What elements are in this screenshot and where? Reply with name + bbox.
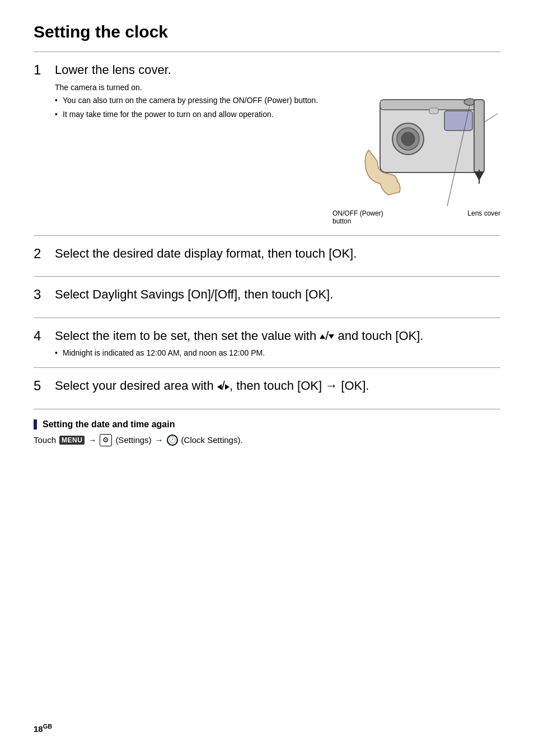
step-4-title: Select the item to be set, then set the … [55, 328, 500, 344]
svg-rect-6 [444, 111, 472, 130]
step-4-bullet: Midnight is indicated as 12:00 AM, and n… [55, 348, 500, 357]
step-5-title: Select your desired area with /, then to… [55, 378, 500, 394]
step-3: 3 Select Daylight Savings [On]/[Off], th… [34, 276, 500, 318]
page-number: 18GB [34, 723, 52, 734]
camera-diagram: ON/OFF (Power) button Lens cover [332, 83, 500, 225]
page-title: Setting the clock [34, 22, 500, 41]
onoff-label: ON/OFF (Power) button [332, 209, 400, 225]
svg-rect-5 [429, 108, 438, 114]
step-3-number: 3 [34, 287, 47, 303]
blue-bar-icon [34, 419, 37, 430]
step-1-bullets: You can also turn on the camera by press… [55, 95, 321, 120]
step-1-number: 1 [34, 62, 47, 78]
date-time-again-section: Setting the date and time again Touch ME… [34, 409, 500, 452]
step-4: 4 Select the item to be set, then set th… [34, 318, 500, 368]
step-3-title: Select Daylight Savings [On]/[Off], then… [55, 287, 500, 303]
lens-cover-label: Lens cover [467, 209, 500, 225]
svg-line-11 [484, 114, 498, 122]
step-5-number: 5 [34, 378, 47, 394]
step-1-intro: The camera is turned on. [55, 83, 321, 92]
camera-illustration [335, 83, 498, 206]
touch-prefix: Touch [34, 435, 56, 445]
step-1-text: The camera is turned on. You can also tu… [55, 83, 321, 124]
diagram-labels: ON/OFF (Power) button Lens cover [332, 209, 500, 225]
settings-icon: ⚙ [100, 434, 112, 446]
arrow-2: → [155, 435, 163, 445]
clock-icon: 🕐 [167, 435, 178, 446]
step-2-number: 2 [34, 246, 47, 262]
arrow-1: → [88, 435, 96, 445]
svg-rect-8 [474, 100, 484, 172]
settings-label: (Settings) [115, 435, 151, 445]
svg-point-4 [401, 132, 415, 146]
menu-badge: MENU [59, 436, 85, 445]
date-time-again-body: Touch MENU → ⚙ (Settings) → 🕐 (Clock Set… [34, 434, 500, 446]
step-1-bullet-2: It may take time for the power to turn o… [55, 109, 321, 120]
date-time-again-title: Setting the date and time again [34, 419, 500, 430]
step-2-title: Select the desired date display format, … [55, 246, 500, 262]
clock-label: (Clock Settings). [181, 435, 243, 445]
step-4-number: 4 [34, 328, 47, 344]
step-1-bullet-1: You can also turn on the camera by press… [55, 95, 321, 106]
step-1-title: Lower the lens cover. [55, 62, 500, 78]
step-5: 5 Select your desired area with /, then … [34, 367, 500, 409]
step-1: 1 Lower the lens cover. The camera is tu… [34, 52, 500, 235]
step-2: 2 Select the desired date display format… [34, 235, 500, 277]
